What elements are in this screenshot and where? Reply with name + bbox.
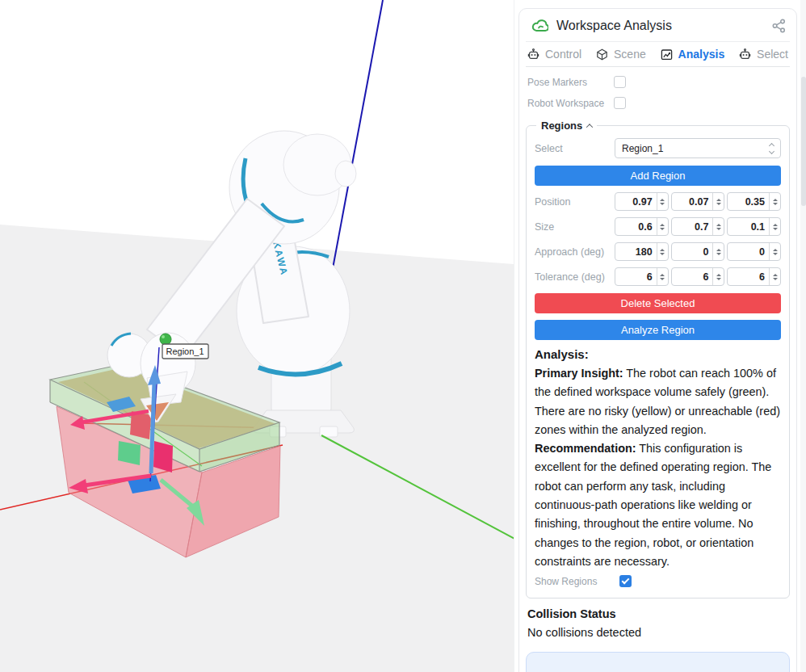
select-chevrons-icon [770, 144, 774, 153]
select-region-row: Select Region_1 [535, 138, 781, 158]
collision-status-text: No collisions detected [527, 626, 788, 639]
tolerance-x-input[interactable]: 6 [615, 267, 669, 286]
region-label-text: Region_1 [166, 346, 204, 356]
analysis-sidebar: Workspace Analysis [514, 0, 806, 672]
tab-analysis-label: Analysis [678, 48, 725, 61]
region-marker-sphere [160, 334, 171, 345]
stepper-arrows-icon[interactable] [769, 193, 780, 210]
tolerance-z-input[interactable]: 6 [727, 267, 781, 286]
size-z-input[interactable]: 0.1 [727, 217, 781, 236]
scrollbar-thumb[interactable] [801, 77, 806, 206]
pose-markers-label: Pose Markers [527, 77, 614, 88]
stepper-arrows-icon[interactable] [712, 193, 724, 210]
workspace-analysis-card: Workspace Analysis [518, 8, 797, 672]
tab-control-label: Control [545, 48, 581, 61]
panel-header: Workspace Analysis [526, 9, 790, 42]
approach-z-input[interactable]: 0 [727, 242, 781, 261]
approach-y-input[interactable]: 0 [671, 242, 725, 261]
position-label: Position [535, 196, 615, 208]
3d-scene-canvas[interactable]: KAWA [0, 0, 514, 672]
approach-row: Approach (deg) 180 0 0 [535, 242, 781, 261]
robot-workspace-checkbox[interactable] [614, 97, 626, 109]
position-y-input[interactable]: 0.07 [671, 192, 725, 211]
analysis-heading: Analysis: [535, 347, 781, 361]
tab-select[interactable]: Select [739, 48, 788, 61]
stepper-arrows-icon[interactable] [712, 268, 724, 285]
panel-title: Workspace Analysis [556, 19, 763, 33]
cloud-sync-icon [531, 18, 548, 34]
show-regions-checkbox[interactable] [619, 575, 632, 587]
robot-elbow-nub [335, 161, 356, 187]
approach-x-input[interactable]: 180 [615, 242, 669, 261]
region-label-tooltip: Region_1 [162, 344, 208, 359]
stepper-arrows-icon[interactable] [769, 268, 780, 285]
stepper-arrows-icon[interactable] [769, 218, 780, 235]
position-row: Position 0.97 0.07 0.35 [535, 192, 781, 211]
size-label: Size [535, 221, 615, 233]
tab-select-label: Select [757, 48, 788, 61]
delete-selected-button[interactable]: Delete Selected [535, 293, 781, 313]
robot-workspace-label: Robot Workspace [527, 98, 614, 109]
stepper-arrows-icon[interactable] [657, 268, 668, 285]
collision-status-heading: Collision Status [527, 607, 788, 620]
add-region-button[interactable]: Add Region [535, 166, 781, 186]
workspace-analysis-app: KAWA [0, 0, 806, 672]
tab-control[interactable]: Control [527, 48, 581, 61]
region-marker-highlight [162, 335, 165, 338]
select-region-label: Select [535, 143, 615, 154]
show-regions-label: Show Regions [535, 576, 619, 587]
tab-analysis[interactable]: Analysis [661, 48, 725, 61]
primary-insight-text: Primary Insight: The robot can reach 100… [535, 364, 780, 439]
cube-icon [596, 48, 608, 61]
stepper-arrows-icon[interactable] [657, 218, 668, 235]
stepper-arrows-icon[interactable] [712, 243, 724, 260]
tab-scene[interactable]: Scene [596, 48, 646, 61]
analysis-result: Analysis: Primary Insight: The robot can… [535, 347, 781, 571]
size-y-input[interactable]: 0.7 [671, 217, 725, 236]
show-regions-row: Show Regions [535, 575, 781, 587]
region-select[interactable]: Region_1 [615, 138, 781, 158]
regions-section: Regions Select Region_1 Add [526, 120, 790, 598]
collision-status-section: Collision Status No collisions detected [527, 607, 788, 639]
stepper-arrows-icon[interactable] [657, 243, 668, 260]
tab-bar: Control Scene [526, 42, 790, 67]
info-box-partial [526, 652, 790, 672]
recommendation-text: Recommendation: This configuration is ex… [535, 439, 780, 571]
robot-icon [739, 48, 751, 61]
collapse-chevron-icon [586, 124, 593, 130]
stepper-arrows-icon[interactable] [712, 218, 724, 235]
region-select-value: Region_1 [622, 143, 663, 154]
stepper-arrows-icon[interactable] [769, 243, 780, 260]
approach-label: Approach (deg) [535, 246, 615, 258]
3d-viewport[interactable]: KAWA [0, 0, 514, 672]
robot-workspace-row: Robot Workspace [527, 97, 788, 109]
pose-markers-checkbox[interactable] [614, 76, 626, 88]
tolerance-y-input[interactable]: 6 [671, 267, 725, 286]
share-icon[interactable] [771, 19, 787, 33]
size-row: Size 0.6 0.7 0.1 [535, 217, 781, 236]
tab-scene-label: Scene [614, 48, 646, 61]
checkmark-icon [622, 577, 630, 585]
tolerance-row: Tolerance (deg) 6 6 6 [535, 267, 781, 286]
chart-icon [661, 48, 673, 61]
sidebar-scrollbar[interactable] [800, 0, 806, 672]
regions-legend-label: Regions [541, 120, 582, 132]
size-x-input[interactable]: 0.6 [615, 217, 669, 236]
position-z-input[interactable]: 0.35 [727, 192, 781, 211]
tolerance-label: Tolerance (deg) [535, 271, 615, 283]
position-x-input[interactable]: 0.97 [615, 192, 669, 211]
analyze-region-button[interactable]: Analyze Region [535, 320, 781, 340]
regions-legend[interactable]: Regions [536, 120, 597, 132]
pose-markers-row: Pose Markers [527, 76, 788, 88]
stepper-arrows-icon[interactable] [657, 193, 668, 210]
robot-icon [527, 48, 539, 61]
